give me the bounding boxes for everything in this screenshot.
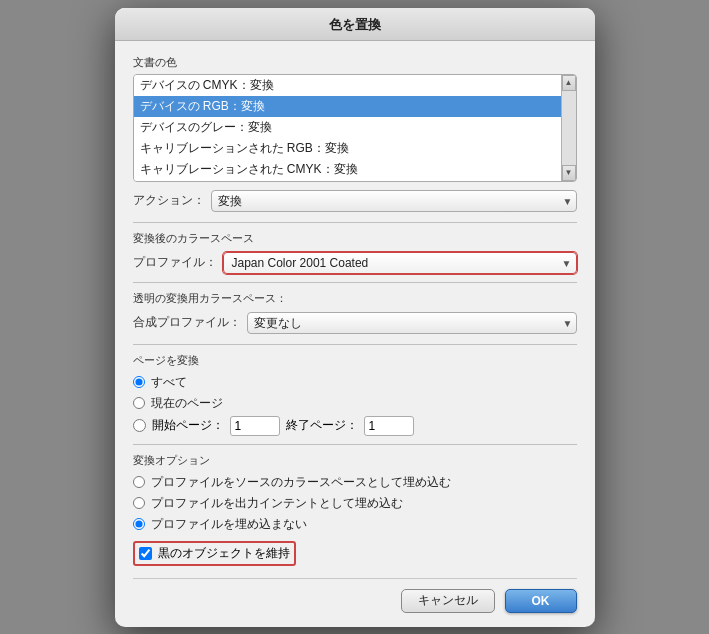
preserve-black-checkbox[interactable] [139,547,152,560]
radio-no-embed: プロファイルを埋め込まない [133,516,577,533]
convert-options-label: 変換オプション [133,453,577,468]
radio-current-label: 現在のページ [151,395,223,412]
convert-radio-group: プロファイルをソースのカラースペースとして埋め込む プロファイルを出力インテント… [133,474,577,533]
profile-label: プロファイル： [133,254,217,271]
composite-label: 合成プロファイル： [133,314,241,331]
list-item[interactable]: キャリブレーションされた RGB：変換 [134,138,576,159]
dialog: 色を置換 文書の色 デバイスの CMYK：変換 デバイスの RGB：変換 デバイ… [115,8,595,627]
divider-4 [133,444,577,445]
radio-range-row: 開始ページ： 終了ページ： [133,416,577,436]
action-select[interactable]: 変換 [211,190,577,212]
end-page-input[interactable] [364,416,414,436]
radio-no-embed-input[interactable] [133,518,145,530]
composite-select[interactable]: 変更なし [247,312,577,334]
radio-embed-output-input[interactable] [133,497,145,509]
color-list-items: デバイスの CMYK：変換 デバイスの RGB：変換 デバイスのグレー：変換 キ… [134,75,576,182]
text-color-label: 文書の色 [133,55,577,70]
radio-current-input[interactable] [133,397,145,409]
radio-embed-output-label: プロファイルを出力インテントとして埋め込む [151,495,403,512]
profile-select-arrow: ▼ [562,257,572,268]
radio-embed-source-label: プロファイルをソースのカラースペースとして埋め込む [151,474,451,491]
list-item[interactable]: DIC 100p: 保持 [134,180,576,182]
scrollbar-down[interactable]: ▼ [562,165,576,181]
list-item[interactable]: キャリブレーションされた CMYK：変換 [134,159,576,180]
list-scrollbar[interactable]: ▲ ▼ [561,75,576,181]
radio-range-input[interactable] [133,419,146,432]
page-radio-group: すべて 現在のページ 開始ページ： 終了ページ： [133,374,577,436]
transparent-label: 透明の変換用カラースペース： [133,291,577,306]
scrollbar-up[interactable]: ▲ [562,75,576,91]
list-item-selected[interactable]: デバイスの RGB：変換 [134,96,576,117]
page-convert-label: ページを変換 [133,353,577,368]
cancel-button[interactable]: キャンセル [401,589,495,613]
radio-current: 現在のページ [133,395,577,412]
radio-embed-source-input[interactable] [133,476,145,488]
radio-no-embed-label: プロファイルを埋め込まない [151,516,307,533]
action-select-wrapper: 変換 ▼ [211,190,577,212]
radio-all-input[interactable] [133,376,145,388]
end-page-label: 終了ページ： [286,417,358,434]
radio-all-label: すべて [151,374,187,391]
list-item[interactable]: デバイスのグレー：変換 [134,117,576,138]
radio-embed-output: プロファイルを出力インテントとして埋め込む [133,495,577,512]
preserve-black-label: 黒のオブジェクトを維持 [158,545,290,562]
profile-row: プロファイル： Japan Color 2001 Coated ▼ [133,252,577,274]
radio-all: すべて [133,374,577,391]
ok-button[interactable]: OK [505,589,577,613]
color-space-label: 変換後のカラースペース [133,231,577,246]
radio-range-label: 開始ページ： [152,417,224,434]
divider-1 [133,222,577,223]
profile-value: Japan Color 2001 Coated [232,256,369,270]
divider-3 [133,344,577,345]
list-item[interactable]: デバイスの CMYK：変換 [134,75,576,96]
profile-field[interactable]: Japan Color 2001 Coated ▼ [223,252,577,274]
button-row: キャンセル OK [133,578,577,613]
composite-select-wrapper: 変更なし ▼ [247,312,577,334]
radio-embed-source: プロファイルをソースのカラースペースとして埋め込む [133,474,577,491]
color-list-box[interactable]: デバイスの CMYK：変換 デバイスの RGB：変換 デバイスのグレー：変換 キ… [133,74,577,182]
dialog-title: 色を置換 [115,8,595,41]
start-page-input[interactable] [230,416,280,436]
scrollbar-track[interactable] [562,91,576,165]
divider-2 [133,282,577,283]
action-label: アクション： [133,192,205,209]
preserve-black-highlight: 黒のオブジェクトを維持 [133,541,296,566]
